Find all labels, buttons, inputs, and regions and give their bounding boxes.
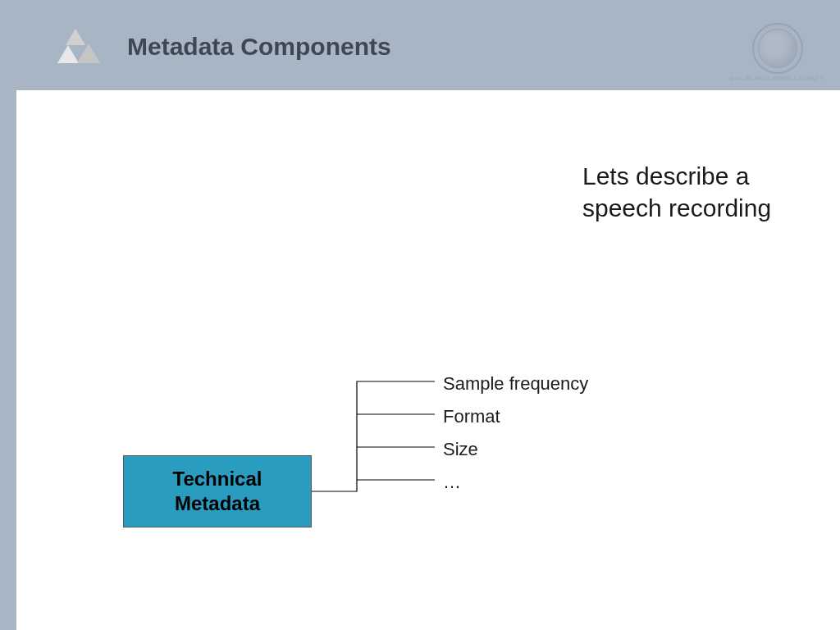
box-label-line-2: Metadata: [173, 491, 262, 516]
triangles-logo-icon: [57, 29, 103, 70]
intro-text: Lets describe a speech recording: [582, 160, 771, 224]
list-item: …: [443, 472, 588, 493]
list-item: Size: [443, 439, 588, 460]
box-label-line-1: Technical: [173, 467, 262, 491]
org-seal-icon: [752, 23, 803, 74]
left-stripe: [0, 0, 16, 630]
intro-line-1: Lets describe a: [582, 160, 771, 192]
list-item: Sample frequency: [443, 373, 588, 395]
slide-header: Metadata Components MAX-PLANCK-GESELLSCH…: [0, 0, 840, 90]
bracket-connector-icon: [312, 373, 443, 529]
slide-title: Metadata Components: [127, 33, 391, 61]
metadata-items-list: Sample frequency Format Size …: [443, 373, 588, 504]
intro-line-2: speech recording: [582, 192, 771, 224]
org-seal-caption: MAX-PLANCK-GESELLSCHAFT: [729, 75, 824, 81]
technical-metadata-box: Technical Metadata: [123, 455, 312, 527]
list-item: Format: [443, 406, 588, 427]
